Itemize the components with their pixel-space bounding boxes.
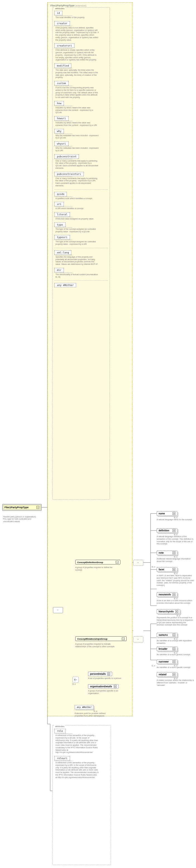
attributes-frame-1: attributes id The local identifier of th…	[52, 7, 110, 500]
plus-icon[interactable]: +	[173, 647, 175, 650]
attr-roleuri: roleuri A refinement of the semantics of…	[54, 756, 109, 779]
root-type-name: Flex1PartyPropType	[4, 506, 28, 509]
attr-creatoruri: creatoruri If the attribute is empty, sp…	[54, 43, 108, 61]
element-any-desc: Extension point for provider-defined pro…	[75, 712, 112, 717]
plus-icon[interactable]: +	[173, 633, 175, 636]
root-type-desc: Flexible party (person or organisation) …	[2, 516, 40, 523]
element-facet[interactable]: facet+	[157, 567, 177, 572]
plus-icon[interactable]: +	[173, 673, 175, 676]
attr-any-other: any ##other	[54, 283, 76, 287]
attr-uri: uri A URI which identifies a concept.	[54, 202, 108, 210]
plus-icon[interactable]: +	[173, 660, 175, 663]
element-related-desc: A related concept, where the relationshi…	[157, 679, 194, 686]
plus-icon[interactable]: +	[107, 673, 110, 675]
attributes-frame-2-label: attributes	[54, 725, 65, 727]
element-note[interactable]: note+	[157, 551, 177, 555]
element-sameas-desc: An identifier of a concept with equivale…	[157, 640, 194, 645]
extension-type: Flex1PartyPropType	[51, 4, 75, 7]
choice-gate	[73, 677, 79, 683]
plus-icon[interactable]: +	[173, 568, 175, 571]
occurrence: 0..∞	[152, 566, 155, 568]
element-facet-desc: In NAR 1.8 and later, facet is deprecate…	[157, 575, 194, 587]
attributes-frame-1-label: attributes	[54, 7, 65, 10]
element-narrower-desc: An identifier of a more specific concept…	[157, 666, 194, 669]
minus-icon[interactable]: −	[122, 638, 124, 640]
element-definition[interactable]: definition+	[157, 528, 177, 533]
element-name[interactable]: name+	[157, 511, 177, 516]
attr-pubconstrainturi: pubconstrainturi One or many constraints…	[54, 172, 108, 187]
attr-xmllang: xml:lang Specifies the language of this …	[54, 250, 108, 266]
attr-typeuri: typeuri The type of the concept assigned…	[54, 235, 108, 246]
attr-pubconstraint: pubconstraint One or many constraints th…	[54, 154, 108, 169]
attr-creator: creator If the property value is not def…	[54, 21, 108, 41]
plus-icon[interactable]: +	[173, 593, 175, 596]
group-concept-relationships[interactable]: ConceptRelationshipsGroup−	[75, 636, 127, 641]
element-name-desc: A natural language name for the concept.	[157, 519, 194, 521]
attributes-frame-2: attributes role A refinement of the sema…	[52, 725, 111, 865]
attr-qcode: qcode A qualified code which identifies …	[54, 192, 108, 200]
minus-icon[interactable]: −	[116, 561, 118, 564]
element-note-desc: Additional natural language information …	[157, 558, 194, 563]
group-concept-definition[interactable]: ConceptDefinitionGroup−	[75, 560, 120, 564]
element-remoteinfo-desc: A link to an item or a web resource whic…	[157, 599, 194, 604]
element-hierarchyinfo[interactable]: hierarchyInfo+	[157, 609, 180, 614]
attr-dir: dir The directionality of textual conten…	[54, 268, 108, 278]
element-broader[interactable]: broader+	[157, 647, 177, 651]
sequence-gate-main: ┉	[53, 607, 63, 613]
element-hierarchyinfo-desc: Represents the position of a concept in …	[157, 617, 193, 626]
element-organisationdetails-desc: A group of properties specific to an org…	[88, 690, 126, 695]
attr-custom: custom If set to true the corresponding …	[54, 81, 108, 99]
extension-label: (extension)	[75, 4, 86, 7]
attr-why: why Why the metadata has been included -…	[54, 129, 108, 140]
element-remoteinfo[interactable]: remoteInfo+	[157, 592, 177, 597]
extension-header: Flex1PartyPropType (extension)	[49, 4, 131, 7]
element-persondetails-desc: A set of properties specific to a person	[88, 677, 126, 680]
element-definition-desc: A natural language definition of the sem…	[157, 535, 194, 545]
element-persondetails[interactable]: personDetails+	[88, 672, 112, 676]
attr-id: id The local identifier of the property.	[54, 11, 108, 19]
attr-whyuri: whyuri Why the metadata has been include…	[54, 142, 108, 152]
element-any: any ##other	[75, 705, 93, 709]
minus-icon[interactable]: −	[36, 506, 39, 509]
element-organisationdetails[interactable]: organisationDetails+	[88, 684, 118, 689]
attr-type: type The type of the concept assigned as…	[54, 222, 108, 233]
sequence-gate-crg: ┉	[133, 636, 143, 643]
attr-literal: literal A free-text value assigned as pr…	[54, 212, 108, 220]
plus-icon[interactable]: +	[175, 610, 178, 613]
attr-modified: modified The date (and, optionally, the …	[54, 63, 108, 79]
element-broader-desc: An identifier of a more generic concept.	[157, 654, 194, 656]
plus-icon[interactable]: +	[173, 529, 175, 532]
group-concept-relationships-desc: A group of properties required to indica…	[75, 643, 117, 648]
sequence-gate-cdg: ┉	[133, 560, 143, 566]
element-sameas[interactable]: sameAs+	[157, 633, 177, 637]
plus-icon[interactable]: +	[114, 685, 116, 688]
attr-role: role A refinement of the semantics of th…	[54, 729, 109, 754]
attr-how: how Indicates by which means the value w…	[54, 101, 108, 114]
element-narrower[interactable]: narrower+	[157, 659, 177, 664]
root-type[interactable]: Flex1PartyPropType −	[2, 504, 41, 511]
group-concept-definition-desc: A group of properties required to define…	[75, 566, 117, 571]
plus-icon[interactable]: +	[173, 512, 175, 515]
plus-icon[interactable]: +	[173, 551, 175, 554]
attr-howuri: howuri Indicates by which means the valu…	[54, 116, 108, 127]
element-related[interactable]: related+	[157, 672, 177, 677]
